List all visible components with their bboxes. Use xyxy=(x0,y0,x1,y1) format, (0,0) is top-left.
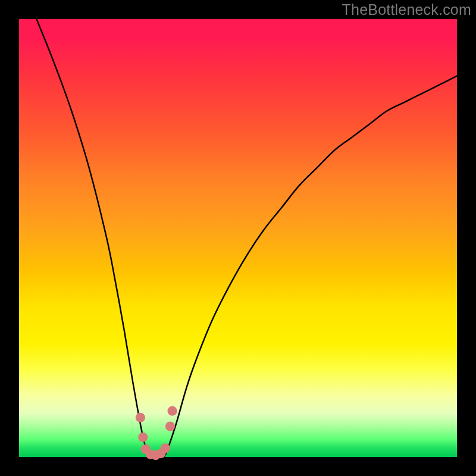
plot-area xyxy=(19,19,457,457)
chart-frame: TheBottleneck.com xyxy=(0,0,476,476)
marker-dot xyxy=(138,433,148,442)
bottleneck-curve xyxy=(36,19,457,458)
marker-dot xyxy=(168,406,177,416)
watermark-label: TheBottleneck.com xyxy=(342,1,471,18)
marker-dot xyxy=(136,413,145,422)
curves-layer xyxy=(19,19,457,457)
marker-dot xyxy=(161,443,170,453)
marker-group xyxy=(136,406,177,461)
marker-dot xyxy=(165,421,175,431)
